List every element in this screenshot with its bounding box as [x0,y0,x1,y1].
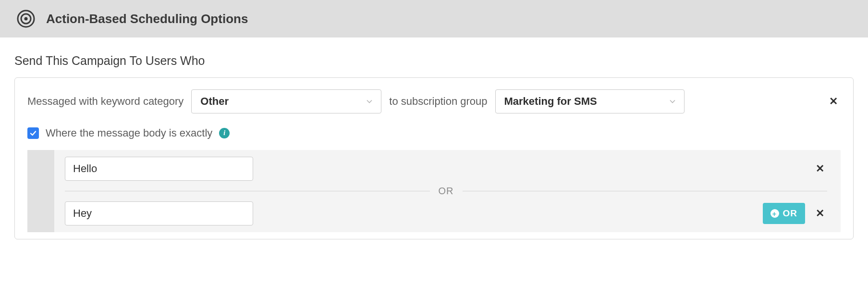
remove-condition-button[interactable]: ✕ [813,206,827,221]
conditions-block: ✕ OR + OR ✕ [27,150,841,232]
info-icon[interactable]: i [219,128,230,138]
section-heading: Send This Campaign To Users Who [14,54,854,68]
conditions-body: ✕ OR + OR ✕ [54,150,841,232]
message-body-input[interactable] [65,201,253,225]
or-label: OR [439,186,454,197]
page-title: Action-Based Scheduling Options [46,12,248,26]
message-body-input[interactable] [65,157,253,181]
target-icon [16,9,36,28]
remove-trigger-button[interactable]: ✕ [826,94,841,109]
condition-row: ✕ [65,157,827,181]
separator-line [65,191,430,191]
body-filter-label: Where the message body is exactly [46,127,212,139]
header-bar: Action-Based Scheduling Options [0,0,868,37]
add-or-label: OR [783,208,798,219]
trigger-row: Messaged with keyword category Other to … [27,89,841,113]
trigger-section: Send This Campaign To Users Who Messaged… [0,37,868,239]
plus-circle-icon: + [770,209,779,218]
add-or-condition-button[interactable]: + OR [763,203,806,224]
or-separator: OR [65,186,827,197]
chevron-down-icon [670,100,675,103]
keyword-category-select[interactable]: Other [191,89,381,113]
trigger-rule-box: Messaged with keyword category Other to … [14,77,854,239]
subscription-group-value: Marketing for SMS [504,95,597,108]
svg-point-2 [24,17,28,21]
chevron-down-icon [367,100,372,103]
condition-row: + OR ✕ [65,201,827,225]
remove-condition-button[interactable]: ✕ [813,162,827,176]
conditions-drag-handle[interactable] [27,150,54,232]
trigger-prefix-label: Messaged with keyword category [27,95,183,108]
body-filter-checkbox[interactable] [27,127,39,139]
body-filter-row: Where the message body is exactly i [27,127,841,139]
separator-line [463,191,828,191]
keyword-category-value: Other [200,95,229,108]
trigger-mid-label: to subscription group [389,95,487,108]
subscription-group-select[interactable]: Marketing for SMS [495,89,685,113]
